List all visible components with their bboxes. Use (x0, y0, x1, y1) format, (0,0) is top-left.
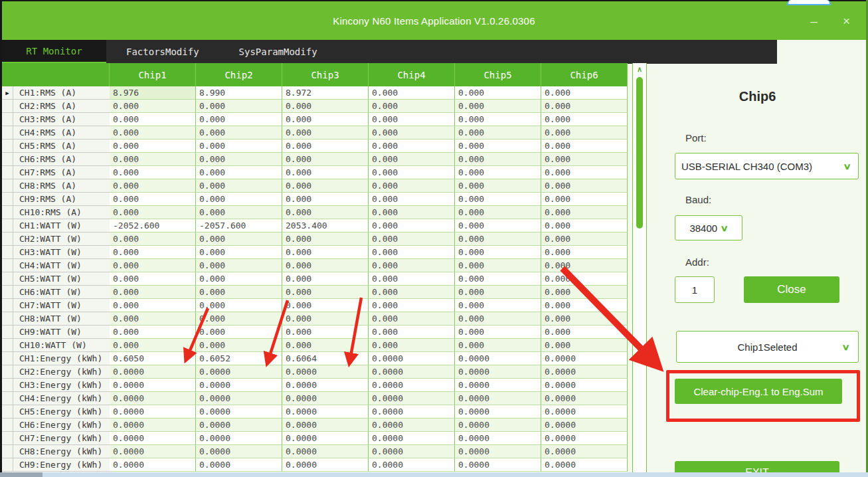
row-label[interactable]: CH8:RMS (A) (13, 179, 110, 193)
table-cell[interactable]: 0.000 (282, 259, 369, 272)
table-cell[interactable]: 0.000 (196, 326, 282, 339)
table-cell[interactable]: 0.000 (369, 219, 455, 233)
table-cell[interactable]: 0.000 (541, 153, 628, 166)
table-cell[interactable]: 0.000 (282, 299, 369, 312)
table-cell[interactable]: 0.000 (369, 193, 455, 206)
column-header-chip5[interactable]: Chip5 (455, 63, 541, 86)
table-cell[interactable]: 0.000 (110, 233, 196, 246)
table-cell[interactable]: 0.0000 (282, 432, 369, 445)
table-cell[interactable]: 0.000 (541, 312, 628, 326)
row-indicator-arrow[interactable]: ▶ (2, 86, 13, 100)
table-cell[interactable]: 0.000 (196, 246, 282, 259)
row-label[interactable]: CH2:RMS (A) (13, 100, 110, 113)
table-cell[interactable]: 0.0000 (282, 445, 369, 458)
table-cell[interactable]: 0.0000 (369, 352, 455, 365)
column-header-chip6[interactable]: Chip6 (541, 63, 628, 86)
table-cell[interactable]: 0.000 (369, 126, 455, 140)
table-cell[interactable]: 0.000 (110, 126, 196, 140)
table-cell[interactable]: 0.0000 (196, 445, 282, 458)
table-cell[interactable]: 8.990 (196, 86, 282, 100)
table-cell[interactable]: 0.0000 (541, 458, 628, 472)
table-cell[interactable]: 0.0000 (110, 405, 196, 419)
table-cell[interactable]: 0.0000 (369, 432, 455, 445)
table-cell[interactable]: 0.000 (541, 126, 628, 140)
table-cell[interactable]: 0.000 (541, 219, 628, 233)
baud-select[interactable]: 38400 ∨ (675, 215, 742, 240)
table-cell[interactable]: 0.000 (196, 299, 282, 312)
table-cell[interactable]: 0.000 (110, 193, 196, 206)
table-cell[interactable]: 0.0000 (110, 432, 196, 445)
table-cell[interactable]: 0.000 (541, 339, 628, 352)
table-cell[interactable]: 0.000 (282, 339, 369, 352)
table-cell[interactable]: 0.000 (196, 100, 282, 113)
close-icon[interactable]: × (839, 12, 854, 30)
table-cell[interactable]: 8.976 (110, 86, 196, 100)
table-cell[interactable]: 0.000 (110, 312, 196, 326)
table-cell[interactable]: 0.000 (455, 286, 541, 299)
table-cell[interactable]: 0.000 (369, 299, 455, 312)
table-cell[interactable]: 0.000 (455, 153, 541, 166)
row-indicator[interactable] (2, 259, 13, 272)
table-cell[interactable]: 0.000 (196, 113, 282, 126)
table-cell[interactable]: 0.0000 (455, 405, 541, 419)
table-cell[interactable]: 0.0000 (541, 352, 628, 365)
row-label[interactable]: CH5:Energy (kWh) (13, 405, 110, 419)
table-cell[interactable]: 0.0000 (196, 392, 282, 405)
table-cell[interactable]: 0.6050 (110, 352, 196, 365)
table-cell[interactable]: 0.000 (110, 100, 196, 113)
table-cell[interactable]: 0.6064 (282, 352, 369, 365)
row-indicator[interactable] (2, 392, 13, 405)
table-cell[interactable]: 0.0000 (282, 405, 369, 419)
row-label[interactable]: CH1:RMS (A) (13, 86, 110, 100)
table-cell[interactable]: -2052.600 (110, 219, 196, 233)
table-cell[interactable]: 0.000 (541, 193, 628, 206)
table-cell[interactable]: 8.972 (282, 86, 369, 100)
table-cell[interactable]: 0.000 (196, 206, 282, 219)
table-cell[interactable]: 0.0000 (541, 365, 628, 379)
table-cell[interactable]: 0.000 (455, 312, 541, 326)
table-cell[interactable]: 0.000 (369, 326, 455, 339)
table-cell[interactable]: 0.000 (196, 259, 282, 272)
scrollbar-thumb[interactable] (636, 77, 643, 229)
row-label[interactable]: CH2:WATT (W) (13, 233, 110, 246)
table-cell[interactable]: 0.0000 (541, 445, 628, 458)
table-cell[interactable]: 0.000 (196, 153, 282, 166)
table-cell[interactable]: 0.000 (369, 312, 455, 326)
table-cell[interactable]: 0.000 (455, 179, 541, 193)
table-cell[interactable]: 0.000 (455, 166, 541, 179)
table-cell[interactable]: -2057.600 (196, 219, 282, 233)
table-cell[interactable]: 0.0000 (110, 392, 196, 405)
table-cell[interactable]: 0.0000 (110, 365, 196, 379)
column-header-chip3[interactable]: Chip3 (282, 63, 369, 86)
table-cell[interactable]: 0.0000 (369, 392, 455, 405)
row-indicator[interactable] (2, 179, 13, 193)
row-indicator[interactable] (2, 193, 13, 206)
table-cell[interactable]: 0.000 (196, 193, 282, 206)
table-cell[interactable]: 0.000 (196, 339, 282, 352)
table-cell[interactable]: 0.0000 (541, 392, 628, 405)
table-cell[interactable]: 0.000 (541, 100, 628, 113)
table-cell[interactable]: 2053.400 (282, 219, 369, 233)
table-cell[interactable]: 0.000 (282, 113, 369, 126)
table-cell[interactable]: 0.0000 (369, 379, 455, 392)
row-indicator[interactable] (2, 326, 13, 339)
row-label[interactable]: CH3:WATT (W) (13, 246, 110, 259)
row-label[interactable]: CH4:Energy (kWh) (13, 392, 110, 405)
table-cell[interactable]: 0.000 (196, 179, 282, 193)
row-label[interactable]: CH9:RMS (A) (13, 193, 110, 206)
table-cell[interactable]: 0.000 (455, 272, 541, 286)
table-cell[interactable]: 0.000 (369, 86, 455, 100)
row-indicator[interactable] (2, 339, 13, 352)
table-cell[interactable]: 0.000 (455, 299, 541, 312)
column-header-chip4[interactable]: Chip4 (369, 63, 455, 86)
table-cell[interactable]: 0.0000 (369, 365, 455, 379)
table-cell[interactable]: 0.6052 (196, 352, 282, 365)
table-cell[interactable]: 0.0000 (282, 379, 369, 392)
row-indicator[interactable] (2, 379, 13, 392)
row-indicator[interactable] (2, 458, 13, 472)
row-label[interactable]: CH3:RMS (A) (13, 113, 110, 126)
table-cell[interactable]: 0.000 (455, 206, 541, 219)
table-cell[interactable]: 0.000 (541, 113, 628, 126)
table-cell[interactable]: 0.000 (455, 326, 541, 339)
table-cell[interactable]: 0.000 (282, 326, 369, 339)
